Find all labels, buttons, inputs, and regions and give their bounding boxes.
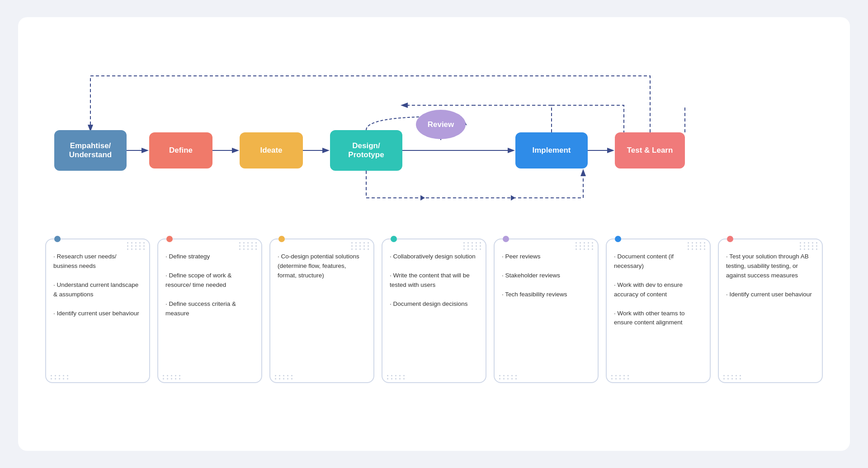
- card-dot-implement: [615, 236, 621, 242]
- dot-grid-bottom-review: [499, 375, 518, 379]
- card-content-define: · Define strategy · Define scope of work…: [165, 252, 254, 318]
- card-design: · Collaboratively design solution · Writ…: [382, 239, 486, 383]
- box-test: Test & Learn: [615, 132, 685, 168]
- dot-grid-bottom-test: [723, 375, 742, 379]
- box-ideate: Ideate: [240, 132, 303, 168]
- card-empathise: · Research user needs/ business needs · …: [45, 239, 150, 383]
- dot-grid-design: [463, 242, 482, 250]
- review-oval: Review: [416, 110, 466, 139]
- card-dot-empathise: [54, 236, 61, 242]
- card-dot-define: [166, 236, 173, 242]
- dot-grid-test: [800, 242, 818, 250]
- card-implement: · Document content (if necessary) · Work…: [606, 239, 711, 383]
- card-content-empathise: · Research user needs/ business needs · …: [53, 252, 142, 318]
- box-implement: Implement: [515, 132, 588, 168]
- svg-marker-13: [420, 195, 425, 201]
- dot-grid-bottom-implement: [611, 375, 630, 379]
- box-empathise: Empahtise/ Understand: [54, 130, 127, 171]
- main-container: Empahtise/ Understand Define Ideate Desi…: [18, 17, 850, 451]
- svg-marker-14: [511, 195, 515, 201]
- detail-cards-section: · Research user needs/ business needs · …: [41, 239, 827, 383]
- card-dot-design: [391, 236, 397, 242]
- dot-grid-define: [239, 242, 258, 250]
- dot-grid-bottom-design: [387, 375, 406, 379]
- card-content-review: · Peer reviews · Stakeholder reviews · T…: [502, 252, 590, 300]
- card-content-design: · Collaboratively design solution · Writ…: [390, 252, 478, 309]
- flow-diagram: Empahtise/ Understand Define Ideate Desi…: [41, 35, 827, 225]
- card-define: · Define strategy · Define scope of work…: [157, 239, 262, 383]
- card-content-test: · Test your solution through AB testing,…: [726, 252, 815, 300]
- dot-grid-empathise: [127, 242, 146, 250]
- card-dot-ideate: [278, 236, 285, 242]
- card-ideate: · Co-design potential solutions (determi…: [269, 239, 374, 383]
- dot-grid-bottom-define: [163, 375, 181, 379]
- dot-grid-bottom-empathise: [51, 375, 69, 379]
- dot-grid-ideate: [351, 242, 370, 250]
- card-dot-review: [503, 236, 509, 242]
- card-review: · Peer reviews · Stakeholder reviews · T…: [494, 239, 599, 383]
- box-define: Define: [149, 132, 212, 168]
- dot-grid-review: [576, 242, 594, 250]
- box-design: Design/ Prototype: [330, 130, 402, 171]
- card-dot-test: [727, 236, 733, 242]
- dot-grid-implement: [688, 242, 706, 250]
- dot-grid-bottom-ideate: [275, 375, 293, 379]
- card-test: · Test your solution through AB testing,…: [718, 239, 823, 383]
- card-content-ideate: · Co-design potential solutions (determi…: [278, 252, 366, 281]
- card-content-implement: · Document content (if necessary) · Work…: [614, 252, 703, 328]
